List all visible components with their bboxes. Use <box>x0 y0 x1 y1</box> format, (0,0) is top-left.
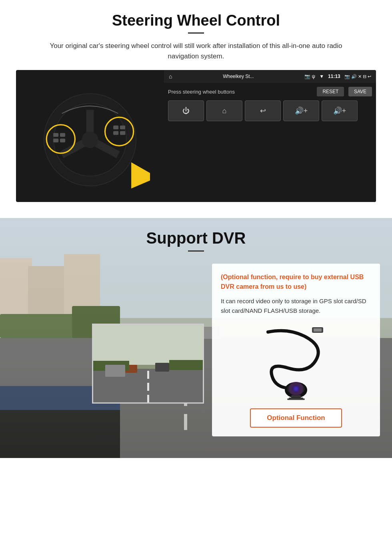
svg-point-6 <box>82 132 98 148</box>
svg-point-52 <box>289 382 303 396</box>
title-divider <box>188 32 204 34</box>
screen-app-title: Wheelkey St... <box>176 74 300 79</box>
svg-rect-14 <box>120 126 125 129</box>
screen-time: 11:13 <box>328 74 340 79</box>
dvr-description: It can record video only to storage in G… <box>221 296 371 316</box>
back-ctrl-btn[interactable]: ↩ <box>245 100 281 121</box>
save-button[interactable]: SAVE <box>348 87 372 96</box>
dvr-title: Support DVR <box>0 229 392 247</box>
dvr-content: (Optional function, require to buy exter… <box>0 256 392 448</box>
control-buttons-row: ⏻ ⌂ ↩ 🔊+ 🔊+ <box>168 100 372 121</box>
screen-panel: ⌂ Wheelkey St... 📷 ψ ▼ 11:13 📷 🔊 ✕ ⊟ ↩ P… <box>164 70 376 202</box>
dvr-title-container: Support DVR <box>0 218 392 256</box>
home-icon: ⌂ <box>169 73 172 80</box>
steering-composite: ⌂ Wheelkey St... 📷 ψ ▼ 11:13 📷 🔊 ✕ ⊟ ↩ P… <box>16 70 376 202</box>
svg-rect-13 <box>113 126 118 129</box>
dvr-optional-text: (Optional function, require to buy exter… <box>221 272 371 292</box>
svg-rect-35 <box>93 325 204 365</box>
svg-rect-11 <box>53 139 58 142</box>
svg-rect-16 <box>120 131 125 135</box>
svg-rect-37 <box>147 371 149 379</box>
svg-rect-44 <box>105 365 125 377</box>
svg-rect-9 <box>53 133 58 137</box>
screen-content: Press steering wheel buttons RESET SAVE … <box>164 83 376 202</box>
steering-section: Steering Wheel Control Your original car… <box>0 0 392 218</box>
svg-rect-10 <box>60 133 65 137</box>
dvr-section: Support DVR <box>0 218 392 458</box>
svg-rect-43 <box>169 360 204 370</box>
home-ctrl-btn[interactable]: ⌂ <box>206 100 242 121</box>
steering-wheel-graphic <box>30 76 150 196</box>
screen-topbar: ⌂ Wheelkey St... 📷 ψ ▼ 11:13 📷 🔊 ✕ ⊟ ↩ <box>164 70 376 83</box>
vol-up-ctrl-btn[interactable]: 🔊+ <box>322 100 358 121</box>
optional-function-button[interactable]: Optional Function <box>250 408 342 428</box>
screen-label-row: Press steering wheel buttons RESET SAVE <box>168 87 372 96</box>
vol-down-ctrl-btn[interactable]: 🔊+ <box>283 100 319 121</box>
svg-rect-55 <box>287 398 305 400</box>
topbar-icons-left: 📷 ψ <box>304 74 315 79</box>
svg-rect-15 <box>113 131 118 135</box>
steering-photo <box>16 70 164 202</box>
wifi-icon: ▼ <box>319 74 324 79</box>
svg-rect-46 <box>314 328 322 332</box>
dvr-camera-svg <box>256 324 336 400</box>
svg-rect-41 <box>155 363 169 372</box>
power-ctrl-btn[interactable]: ⏻ <box>168 100 204 121</box>
steering-title: Steering Wheel Control <box>16 12 376 29</box>
dvr-camera-preview <box>92 324 204 404</box>
screen-action-buttons: RESET SAVE <box>314 87 372 96</box>
steering-description: Your original car's steering wheel contr… <box>40 41 352 61</box>
preview-svg <box>93 325 204 404</box>
topbar-icons-right: 📷 🔊 ✕ ⊟ ↩ <box>344 74 371 79</box>
dvr-camera-illustration <box>221 322 371 402</box>
dvr-info-card: (Optional function, require to buy exter… <box>212 264 380 436</box>
dvr-title-divider <box>188 250 204 252</box>
reset-button[interactable]: RESET <box>317 87 344 96</box>
svg-rect-12 <box>60 139 65 142</box>
svg-rect-38 <box>147 383 149 391</box>
svg-rect-39 <box>147 395 149 403</box>
press-label: Press steering wheel buttons <box>168 89 235 95</box>
dvr-left <box>12 264 204 404</box>
